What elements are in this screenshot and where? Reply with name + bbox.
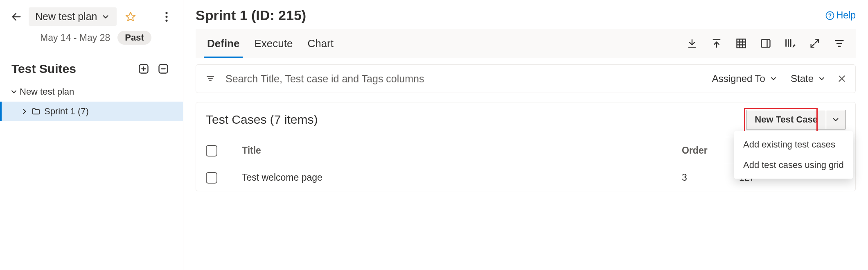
- filter-toggle-button[interactable]: [827, 31, 852, 56]
- row-order: 3: [682, 172, 739, 183]
- more-options-button[interactable]: [158, 9, 175, 25]
- sidebar: New test plan May 14 - May 28 Past Test …: [0, 0, 183, 270]
- arrow-left-icon: [11, 11, 22, 23]
- add-suite-button[interactable]: [135, 61, 152, 77]
- favorite-button[interactable]: [122, 9, 139, 25]
- chevron-down-icon: [101, 12, 110, 21]
- column-header-order[interactable]: Order: [682, 145, 739, 156]
- chevron-down-icon: [831, 115, 840, 124]
- collapse-suite-button[interactable]: [155, 61, 171, 77]
- new-test-case-dropdown-button[interactable]: [826, 110, 845, 129]
- svg-rect-6: [737, 39, 746, 48]
- suite-tree: New test plan Sprint 1 (7): [0, 80, 183, 123]
- menu-add-existing[interactable]: Add existing test cases: [734, 134, 853, 155]
- clear-filters-button[interactable]: [836, 73, 847, 84]
- export-button[interactable]: [680, 31, 704, 56]
- state-filter[interactable]: State: [788, 73, 828, 84]
- fullscreen-button[interactable]: [803, 31, 827, 56]
- filter-icon: [834, 38, 845, 49]
- star-icon: [125, 11, 136, 23]
- tree-root-label: New test plan: [20, 86, 74, 97]
- close-icon: [836, 73, 847, 84]
- svg-point-1: [165, 16, 167, 18]
- test-plan-name: New test plan: [35, 11, 97, 23]
- row-title: Test welcome page: [239, 172, 682, 183]
- download-icon: [686, 38, 698, 49]
- test-cases-heading: Test Cases (7 items): [206, 113, 746, 127]
- tab-execute[interactable]: Execute: [247, 29, 300, 58]
- assigned-to-label: Assigned To: [712, 73, 765, 84]
- new-test-case-button[interactable]: New Test Case: [746, 110, 826, 129]
- new-test-case-split-button: New Test Case: [746, 110, 845, 129]
- tab-bar: Define Execute Chart: [196, 29, 856, 58]
- select-all-checkbox[interactable]: [206, 145, 217, 157]
- grid-icon: [735, 38, 747, 49]
- plan-status-badge: Past: [117, 31, 151, 45]
- panel-right-icon: [760, 38, 771, 49]
- column-header-title[interactable]: Title: [239, 145, 682, 156]
- expand-icon: [809, 38, 821, 49]
- chevron-right-icon: [19, 107, 30, 116]
- more-vertical-icon: [165, 11, 168, 23]
- assigned-to-filter[interactable]: Assigned To: [710, 73, 780, 84]
- svg-point-2: [165, 19, 167, 21]
- svg-rect-7: [762, 40, 770, 48]
- row-checkbox[interactable]: [206, 172, 217, 184]
- plan-date-range: May 14 - May 28: [40, 32, 110, 43]
- chevron-down-icon: [818, 75, 826, 83]
- tab-chart[interactable]: Chart: [300, 29, 341, 58]
- grid-view-button[interactable]: [729, 31, 753, 56]
- search-input[interactable]: [225, 73, 701, 85]
- filter-bar: Assigned To State: [196, 64, 856, 93]
- test-cases-card: Test Cases (7 items) New Test Case Title…: [196, 102, 856, 191]
- chevron-down-icon: [8, 88, 20, 96]
- menu-add-grid[interactable]: Add test cases using grid: [734, 155, 853, 175]
- columns-edit-icon: [784, 38, 796, 49]
- upload-icon: [711, 38, 722, 49]
- column-options-button[interactable]: [778, 31, 803, 56]
- minus-square-icon: [158, 63, 169, 75]
- test-plan-selector[interactable]: New test plan: [29, 7, 117, 26]
- test-suites-heading: Test Suites: [11, 62, 132, 76]
- side-panel-button[interactable]: [753, 31, 778, 56]
- page-title: Sprint 1 (ID: 215): [196, 7, 825, 23]
- tab-define[interactable]: Define: [200, 29, 247, 58]
- svg-point-5: [826, 11, 834, 19]
- back-button[interactable]: [8, 9, 25, 25]
- import-button[interactable]: [704, 31, 729, 56]
- filter-list-icon: [204, 74, 216, 84]
- tree-child-label: Sprint 1 (7): [44, 106, 89, 117]
- main-content: Sprint 1 (ID: 215) Help Define Execute C…: [183, 0, 868, 270]
- svg-point-0: [165, 12, 167, 14]
- help-link[interactable]: Help: [825, 10, 856, 21]
- plus-square-icon: [138, 63, 149, 75]
- new-test-case-menu: Add existing test cases Add test cases u…: [734, 131, 853, 179]
- chevron-down-icon: [769, 75, 778, 83]
- tree-child-item[interactable]: Sprint 1 (7): [0, 102, 183, 121]
- help-label: Help: [836, 10, 856, 21]
- tree-root-item[interactable]: New test plan: [0, 82, 183, 102]
- help-icon: [825, 11, 835, 20]
- state-label: State: [791, 73, 814, 84]
- folder-icon: [30, 107, 42, 116]
